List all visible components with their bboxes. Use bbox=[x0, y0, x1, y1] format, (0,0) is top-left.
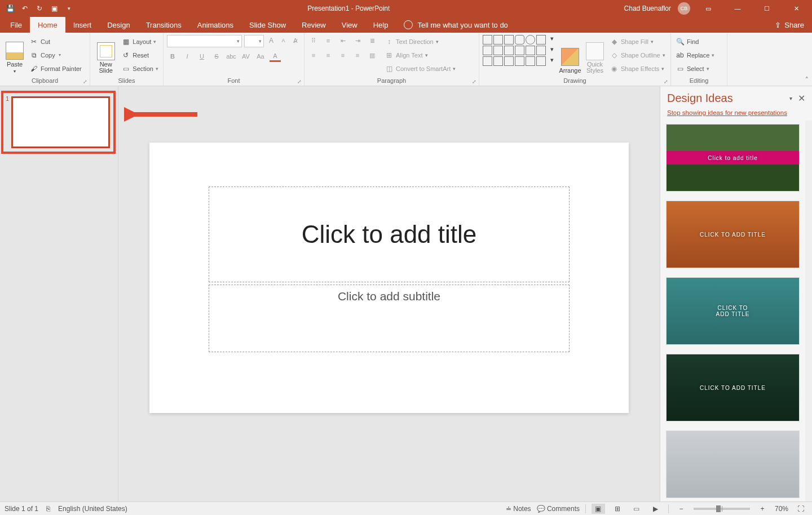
shape-roundrect-icon[interactable] bbox=[515, 35, 524, 45]
tell-me-search[interactable]: Tell me what you want to do bbox=[404, 17, 508, 33]
pane-close-icon[interactable]: ✕ bbox=[798, 93, 805, 104]
clear-formatting-icon[interactable]: A̷ bbox=[290, 35, 301, 46]
tab-file[interactable]: File bbox=[2, 17, 30, 33]
font-dialog-launcher-icon[interactable]: ⤢ bbox=[297, 79, 302, 85]
fit-to-window-icon[interactable]: ⛶ bbox=[794, 504, 807, 514]
minimize-icon[interactable]: ― bbox=[726, 0, 749, 17]
shrink-font-icon[interactable]: A bbox=[279, 35, 289, 46]
start-from-beginning-icon[interactable]: ▣ bbox=[50, 4, 59, 13]
shape-elbow-icon[interactable] bbox=[493, 46, 503, 55]
tab-help[interactable]: Help bbox=[365, 17, 396, 33]
pane-options-icon[interactable]: ▾ bbox=[789, 95, 792, 101]
design-idea-2[interactable]: CLICK TO ADD TITLE bbox=[666, 201, 800, 268]
shape-line-icon[interactable] bbox=[483, 35, 492, 45]
zoom-out-icon[interactable]: − bbox=[674, 504, 688, 514]
slideshow-view-icon[interactable]: ▶ bbox=[649, 504, 663, 514]
design-pane-scrollbar[interactable] bbox=[805, 121, 812, 501]
decrease-indent-icon[interactable]: ⇤ bbox=[337, 35, 348, 46]
cut-button[interactable]: ✂Cut bbox=[28, 35, 83, 48]
reading-view-icon[interactable]: ▭ bbox=[630, 504, 643, 514]
design-idea-3[interactable]: CLICK TO ADD TITLE bbox=[666, 277, 800, 345]
paragraph-dialog-launcher-icon[interactable]: ⤢ bbox=[472, 79, 476, 85]
reset-button[interactable]: ↺Reset bbox=[120, 49, 160, 61]
text-shadow-icon[interactable]: abc bbox=[226, 51, 237, 62]
tab-review[interactable]: Review bbox=[294, 17, 334, 33]
redo-icon[interactable]: ↻ bbox=[35, 4, 44, 13]
align-text-button[interactable]: ⊞Align Text bbox=[383, 49, 457, 61]
shape-rect-icon[interactable] bbox=[504, 35, 514, 45]
shapes-gallery-expand-icon[interactable]: ▾ bbox=[547, 56, 557, 66]
numbering-icon[interactable]: ≡ bbox=[323, 35, 334, 46]
replace-button[interactable]: abReplace bbox=[674, 49, 716, 61]
current-slide[interactable]: Click to add title Click to add subtitle bbox=[149, 143, 629, 413]
strikethrough-icon[interactable]: S bbox=[211, 51, 222, 62]
language-indicator[interactable]: English (United States) bbox=[58, 505, 127, 513]
bullets-icon[interactable]: ⠿ bbox=[308, 35, 319, 46]
collapse-ribbon-icon[interactable]: ˄ bbox=[805, 76, 809, 83]
spellcheck-icon[interactable]: ⎘ bbox=[46, 505, 50, 513]
notes-button[interactable]: ≐ Notes bbox=[506, 505, 531, 513]
slide-thumbnail[interactable] bbox=[11, 96, 110, 148]
design-idea-5[interactable] bbox=[666, 430, 800, 498]
find-button[interactable]: 🔍Find bbox=[674, 35, 716, 48]
bold-icon[interactable]: B bbox=[167, 51, 178, 62]
title-placeholder[interactable]: Click to add title bbox=[209, 187, 570, 282]
zoom-slider[interactable] bbox=[694, 508, 750, 510]
maximize-icon[interactable]: ☐ bbox=[756, 0, 778, 17]
tab-transitions[interactable]: Transitions bbox=[138, 17, 189, 33]
shape-fill-button[interactable]: ◆Shape Fill bbox=[608, 35, 667, 48]
design-ideas-list[interactable]: Click to add titleCLICK TO ADD TITLECLIC… bbox=[660, 121, 805, 501]
shape-arrow-icon[interactable] bbox=[493, 35, 503, 45]
line-spacing-icon[interactable]: ≣ bbox=[367, 35, 378, 46]
shape-callout-icon[interactable] bbox=[526, 46, 535, 55]
shape-outline-button[interactable]: ◇Shape Outline bbox=[608, 49, 667, 61]
font-size-combo[interactable]: ▾ bbox=[244, 35, 264, 47]
user-avatar[interactable]: CB bbox=[678, 2, 690, 15]
clipboard-dialog-launcher-icon[interactable]: ⤢ bbox=[83, 79, 87, 85]
shape-effects-button[interactable]: ◉Shape Effects bbox=[608, 63, 667, 75]
design-idea-4[interactable]: CLICK TO ADD TITLE bbox=[666, 354, 800, 421]
tab-view[interactable]: View bbox=[334, 17, 365, 33]
align-left-icon[interactable]: ≡ bbox=[308, 50, 319, 61]
tab-slide-show[interactable]: Slide Show bbox=[241, 17, 294, 33]
font-family-combo[interactable]: ▾ bbox=[167, 35, 242, 47]
change-case-icon[interactable]: Aa bbox=[255, 51, 266, 62]
align-right-icon[interactable]: ≡ bbox=[337, 50, 348, 61]
normal-view-icon[interactable]: ▣ bbox=[592, 504, 605, 514]
paste-button[interactable]: Paste ▾ bbox=[3, 35, 26, 75]
shape-ellipse-icon[interactable] bbox=[526, 35, 535, 45]
columns-icon[interactable]: ▥ bbox=[367, 50, 378, 61]
ribbon-display-options-icon[interactable]: ▭ bbox=[697, 0, 720, 17]
shape-star-icon[interactable] bbox=[515, 46, 524, 55]
layout-button[interactable]: ▦Layout bbox=[120, 35, 160, 48]
user-name[interactable]: Chad Buenaflor bbox=[624, 5, 671, 12]
text-direction-button[interactable]: ↕Text Direction bbox=[383, 35, 457, 48]
select-button[interactable]: ▭Select bbox=[674, 63, 716, 75]
arrange-button[interactable]: Arrange bbox=[559, 35, 581, 75]
tab-design[interactable]: Design bbox=[99, 17, 138, 33]
shape-bracket-icon[interactable] bbox=[526, 56, 535, 66]
underline-icon[interactable]: U bbox=[196, 51, 208, 62]
drawing-dialog-launcher-icon[interactable]: ⤢ bbox=[664, 79, 668, 85]
char-spacing-icon[interactable]: AV bbox=[240, 51, 251, 62]
tab-animations[interactable]: Animations bbox=[189, 17, 241, 33]
stop-showing-link[interactable]: Stop showing ideas for new presentations bbox=[660, 107, 812, 121]
tab-insert[interactable]: Insert bbox=[65, 17, 100, 33]
shapes-gallery[interactable]: ▾ ▾ ▾ bbox=[483, 35, 557, 75]
undo-icon[interactable]: ↶ bbox=[20, 4, 29, 13]
section-button[interactable]: ▭Section bbox=[120, 63, 160, 75]
qat-customize-icon[interactable]: ▾ bbox=[64, 4, 73, 13]
justify-icon[interactable]: ≡ bbox=[352, 50, 363, 61]
zoom-in-icon[interactable]: + bbox=[756, 504, 769, 514]
save-icon[interactable]: 💾 bbox=[6, 4, 15, 13]
tab-home[interactable]: Home bbox=[30, 17, 65, 33]
format-painter-button[interactable]: 🖌Format Painter bbox=[28, 63, 83, 75]
zoom-percent[interactable]: 70% bbox=[775, 505, 788, 513]
close-icon[interactable]: ✕ bbox=[785, 0, 807, 17]
increase-indent-icon[interactable]: ⇥ bbox=[352, 35, 363, 46]
copy-button[interactable]: ⧉Copy ▾ bbox=[28, 49, 83, 61]
new-slide-button[interactable]: New Slide bbox=[94, 35, 118, 75]
quick-styles-button[interactable]: Quick Styles bbox=[584, 35, 606, 75]
share-button[interactable]: ⇪ Share bbox=[775, 17, 812, 33]
slide-sorter-view-icon[interactable]: ⊞ bbox=[611, 504, 624, 514]
